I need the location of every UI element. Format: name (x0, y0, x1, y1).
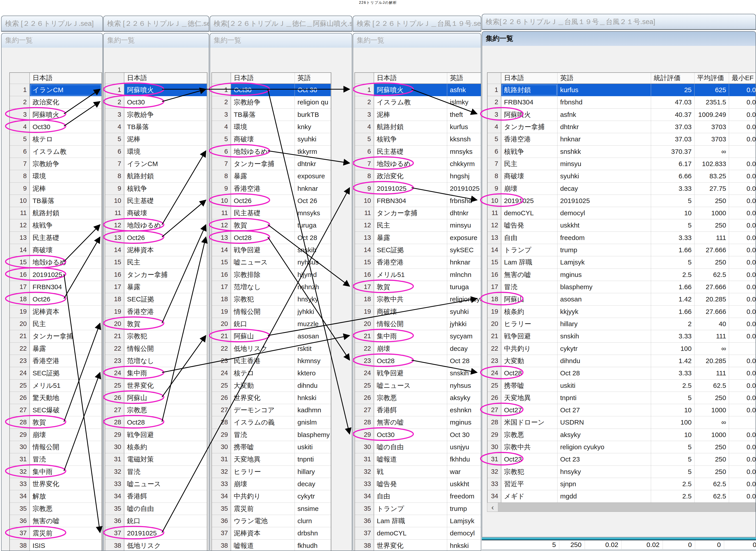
row-number[interactable]: 29 (355, 429, 374, 441)
cell-japanese[interactable]: メリル51 (30, 380, 101, 392)
cell-japanese[interactable]: 航路封鎖 (30, 207, 101, 219)
cell-japanese[interactable]: 環境 (231, 121, 295, 133)
cell-english[interactable]: aksyky (557, 429, 651, 441)
row-number[interactable]: 38 (105, 540, 124, 551)
cell-english[interactable]: asfnk (447, 84, 481, 96)
row-number[interactable]: 27 (105, 404, 124, 416)
cell-english[interactable]: syuhki (447, 306, 481, 318)
cell-stat-eval[interactable]: 37.03 (651, 133, 695, 145)
row-number[interactable]: 2 (10, 96, 30, 108)
row-number[interactable]: 8 (105, 170, 124, 182)
table-row[interactable]: 8政治変化hngshj (355, 170, 481, 182)
cell-english[interactable]: exposure (295, 170, 331, 182)
cell-avg-eval[interactable]: 3703 (695, 133, 729, 145)
table-row[interactable]: 25嘘ニュースnyhsus (355, 380, 481, 392)
column-header[interactable]: 日本語 (374, 73, 447, 84)
cell-japanese[interactable]: 商破壊 (501, 170, 557, 182)
cell-japanese[interactable]: 世界変化 (374, 540, 447, 551)
cell-japanese[interactable]: 自由 (374, 490, 447, 502)
table-row[interactable]: 11民主基礎mnsyks (212, 207, 331, 219)
row-number[interactable]: 2 (105, 96, 124, 108)
row-number[interactable]: 18 (355, 293, 374, 306)
table-row[interactable]: 28無害の嘘mginus (355, 416, 481, 429)
cell-english[interactable]: asfnk (557, 109, 651, 121)
table-row[interactable]: 26世界変化hnkski (212, 392, 331, 404)
row-number[interactable]: 16 (488, 269, 501, 281)
row-number[interactable]: 29 (212, 429, 231, 441)
table-row[interactable]: 23民主香港hkmnsy (212, 355, 331, 367)
row-number[interactable]: 35 (355, 503, 374, 515)
cell-japanese[interactable]: 集中雨 (374, 330, 447, 343)
cell-japanese[interactable]: Oct27 (501, 404, 557, 416)
row-number-header[interactable] (488, 73, 501, 84)
cell-stat-eval[interactable]: 100 (651, 416, 695, 429)
cell-japanese[interactable]: 集中雨 (124, 367, 207, 379)
cell-japanese[interactable]: 阿蘇山 (501, 293, 557, 306)
cell-english[interactable]: mnsyks (447, 146, 481, 158)
row-number-header[interactable] (355, 73, 374, 84)
cell-japanese[interactable]: 崩壊 (374, 343, 447, 355)
table-row[interactable]: 8航路封鎖 (105, 170, 207, 182)
cell-english[interactable]: jyhkki (447, 318, 481, 330)
row-number[interactable]: 34 (488, 490, 501, 502)
cell-english[interactable]: hnkski (447, 540, 481, 551)
table-row[interactable]: 33習近平sjnpn2.562.50.04 (488, 478, 756, 490)
window-titlebar[interactable]: 検索 [２２６トリプルＪ＿徳仁.sea] (103, 16, 209, 32)
cell-avg-eval[interactable]: 62.5 (695, 380, 729, 392)
cell-japanese[interactable]: TB暴落 (124, 121, 207, 133)
cell-english[interactable]: sjnpn (557, 478, 651, 490)
cell-avg-eval[interactable]: 27.666 (695, 281, 729, 293)
row-number[interactable]: 29 (488, 429, 501, 441)
row-number[interactable]: 33 (105, 478, 124, 490)
row-number[interactable]: 2 (488, 96, 501, 108)
cell-japanese[interactable]: 冒涜 (30, 453, 101, 466)
cell-stat-eval[interactable]: 47.03 (651, 96, 695, 108)
table-row[interactable]: 10民主基礎 (105, 195, 207, 207)
row-number[interactable]: 31 (105, 453, 124, 466)
cell-english[interactable]: blasphemy (295, 429, 331, 441)
row-number[interactable]: 5 (212, 133, 231, 145)
row-number[interactable]: 19 (488, 306, 501, 318)
cell-japanese[interactable]: 天変地異 (501, 392, 557, 404)
row-number[interactable]: 1 (488, 84, 501, 96)
row-number[interactable]: 17 (105, 281, 124, 293)
table-row[interactable]: 22暴露 (10, 343, 101, 355)
table-row[interactable]: 35宗教悪 (10, 503, 101, 515)
cell-avg-eval[interactable]: 1009.249 (695, 109, 729, 121)
cell-japanese[interactable]: 冒涜 (501, 281, 557, 293)
row-number[interactable]: 9 (355, 182, 374, 195)
column-header[interactable]: 統計評価 (651, 73, 695, 84)
cell-english[interactable]: kksnsh (447, 133, 481, 145)
table-row[interactable]: 37泥棒資本drbshn (212, 527, 331, 539)
cell-stat-eval[interactable]: 5 (651, 453, 695, 466)
cell-english[interactable]: snsime (295, 503, 331, 515)
cell-japanese[interactable]: 泥棒資本 (231, 527, 295, 539)
table-row[interactable]: 23香港空港 (10, 355, 101, 367)
cell-japanese[interactable]: 嘘ニュース (231, 256, 295, 268)
row-number[interactable]: 21 (212, 330, 231, 343)
table-row[interactable]: 8商破壊syuhki6.6683.250.02 (488, 170, 756, 182)
table-row[interactable]: 2政治変化 (10, 96, 101, 108)
row-number[interactable]: 22 (488, 343, 501, 355)
cell-english[interactable]: kurfus (557, 84, 651, 96)
table-row[interactable]: 7民主minsyu6.17102.8330.06 (488, 158, 756, 170)
row-number[interactable]: 22 (355, 343, 374, 355)
table-row[interactable]: 25携帯嘘uskiti2.562.50.04 (488, 380, 756, 392)
row-number[interactable]: 11 (212, 207, 231, 219)
table-row[interactable]: 35嘘の自由 (105, 503, 207, 515)
row-number[interactable]: 12 (488, 219, 501, 231)
row-number[interactable]: 6 (105, 146, 124, 158)
row-number[interactable]: 14 (488, 244, 501, 256)
cell-english[interactable]: mginus (447, 416, 481, 429)
table-row[interactable]: 16メリル51mlnchn (355, 269, 481, 281)
cell-japanese[interactable]: 震災前 (231, 503, 295, 515)
table-row[interactable]: 9香港空港hnknar (212, 182, 331, 195)
row-number[interactable]: 20 (10, 318, 30, 330)
cell-japanese[interactable]: 崩壊 (30, 429, 101, 441)
table-row[interactable]: 14泥棒資本 (105, 244, 207, 256)
table-row[interactable]: 31嘘報道fkhhdu (355, 453, 481, 466)
row-number[interactable]: 26 (10, 392, 30, 404)
row-number[interactable]: 10 (488, 195, 501, 207)
cell-stat-eval[interactable]: 6.66 (651, 170, 695, 182)
cell-japanese[interactable]: 宗教犯 (501, 466, 557, 478)
